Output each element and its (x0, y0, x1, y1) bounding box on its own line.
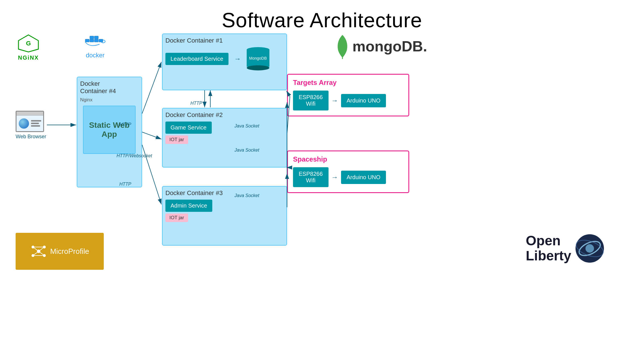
svg-rect-3 (90, 39, 94, 42)
microprofile-text: MicroProfile (50, 247, 89, 256)
svg-text:G: G (26, 40, 31, 47)
nginx-inner-label: Nginx (80, 97, 139, 103)
svg-rect-2 (85, 39, 89, 42)
targets-array-title: Targets Array (293, 79, 403, 87)
label-java-3: Java Socket (234, 193, 259, 198)
label-java-1: Java Socket (234, 124, 259, 129)
svg-rect-7 (99, 39, 103, 42)
targets-esp8266: ESP8266 Wifi (293, 91, 329, 110)
svg-rect-4 (94, 39, 98, 42)
nginx-logo: G NGiNX (16, 34, 41, 61)
targets-array-group: Targets Array ESP8266 Wifi → Arduino UNO (287, 74, 409, 116)
targets-arduino: Arduino UNO (341, 94, 386, 107)
game-service: Game Service (165, 122, 212, 134)
label-http-dc1-dc2: HTTP (190, 101, 202, 106)
label-http-bottom: HTTP (119, 182, 131, 187)
docker-logo: docker (84, 34, 107, 59)
docker-container-4: DockerContainer #4 Nginx Static Web App (77, 77, 142, 187)
dc2-title: Docker Container #2 (165, 111, 284, 119)
label-http-ws: HTTP/Websocket (117, 153, 152, 158)
label-java-2: Java Socket (234, 148, 259, 153)
admin-iot-jar: IOT jar (165, 214, 188, 222)
spaceship-group: Spaceship ESP8266 Wifi → Arduino UNO (287, 150, 409, 193)
leaderboard-service: Leaderboard Service (165, 53, 228, 65)
microprofile-logo: MicroProfile (16, 233, 104, 270)
svg-line-27 (142, 132, 161, 139)
page-title: Software Architecture (0, 0, 644, 32)
label-http-left: HTTP (119, 122, 131, 127)
docker-container-3: Docker Container #3 Admin Service IOT ja… (162, 186, 287, 246)
dc3-title: Docker Container #3 (165, 189, 284, 197)
svg-line-17 (33, 251, 39, 256)
spaceship-title: Spaceship (293, 155, 403, 163)
svg-rect-5 (90, 36, 94, 39)
docker-text: docker (84, 52, 107, 59)
openliberty-logo: Open Liberty (526, 233, 605, 264)
nginx-text: NGiNX (16, 55, 41, 61)
mongodb-text: mongoDB. (352, 38, 427, 55)
docker-container-2: Docker Container #2 Game Service IOT jar (162, 108, 287, 168)
svg-line-15 (33, 247, 39, 251)
admin-service: Admin Service (165, 200, 212, 212)
svg-line-18 (39, 251, 44, 256)
openliberty-text-1: Open (526, 233, 571, 248)
dc1-title: Docker Container #1 (165, 37, 284, 44)
spaceship-arduino: Arduino UNO (341, 171, 386, 184)
static-web-app: Static Web App (83, 106, 136, 154)
openliberty-text-2: Liberty (526, 248, 571, 263)
dc4-title: DockerContainer #4 (80, 80, 139, 95)
web-browser: Web Browser (16, 111, 46, 140)
svg-rect-6 (94, 36, 98, 39)
web-browser-label: Web Browser (16, 134, 46, 140)
svg-line-16 (39, 247, 44, 251)
docker-container-1: Docker Container #1 Leaderboard Service … (162, 34, 287, 90)
svg-point-23 (585, 244, 594, 253)
spaceship-esp8266: ESP8266 Wifi (293, 167, 329, 187)
mongodb-logo: mongoDB. (335, 34, 427, 59)
game-iot-jar: IOT jar (165, 135, 188, 144)
